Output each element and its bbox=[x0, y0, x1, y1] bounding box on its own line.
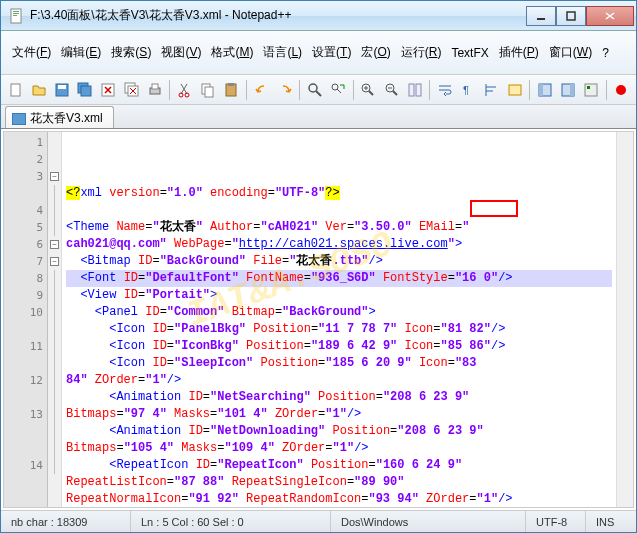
app-icon bbox=[9, 8, 25, 24]
sync-scroll-button[interactable] bbox=[404, 79, 425, 101]
zoom-out-button[interactable] bbox=[381, 79, 402, 101]
minimize-button[interactable] bbox=[526, 6, 556, 26]
svg-rect-8 bbox=[58, 85, 66, 89]
zoom-in-button[interactable] bbox=[358, 79, 379, 101]
svg-rect-31 bbox=[539, 84, 543, 96]
menu-o[interactable]: 宏(O) bbox=[356, 42, 395, 63]
code-area[interactable]: IAT&A.SOSO <?xml version="1.0" encoding=… bbox=[62, 132, 616, 507]
redo-button[interactable] bbox=[274, 79, 295, 101]
menu-p[interactable]: 插件(P) bbox=[494, 42, 544, 63]
svg-point-22 bbox=[309, 84, 317, 92]
cut-button[interactable] bbox=[174, 79, 195, 101]
status-eol: Dos\Windows bbox=[331, 511, 526, 532]
close-button[interactable] bbox=[586, 6, 634, 26]
copy-button[interactable] bbox=[198, 79, 219, 101]
menu-w[interactable]: 窗口(W) bbox=[544, 42, 597, 63]
svg-rect-15 bbox=[152, 84, 158, 89]
save-all-button[interactable] bbox=[75, 79, 96, 101]
status-chars: nb char : 18309 bbox=[1, 511, 131, 532]
new-file-button[interactable] bbox=[5, 79, 26, 101]
open-file-button[interactable] bbox=[28, 79, 49, 101]
replace-button[interactable] bbox=[328, 79, 349, 101]
code-line[interactable]: <Icon ID="IconBkg" Position="189 6 42 9"… bbox=[66, 338, 612, 355]
app-window: F:\3.40面板\花太香V3\花太香V3.xml - Notepad++ 文件… bbox=[0, 0, 637, 533]
status-mode: INS bbox=[586, 511, 636, 532]
vertical-scrollbar[interactable] bbox=[616, 132, 633, 507]
close-file-button[interactable] bbox=[98, 79, 119, 101]
menu-s[interactable]: 搜索(S) bbox=[106, 42, 156, 63]
menu-t[interactable]: 设置(T) bbox=[307, 42, 356, 63]
svg-rect-2 bbox=[13, 13, 19, 14]
svg-rect-3 bbox=[13, 15, 17, 16]
titlebar[interactable]: F:\3.40面板\花太香V3\花太香V3.xml - Notepad++ bbox=[1, 1, 636, 31]
svg-point-36 bbox=[616, 85, 626, 95]
menu-m[interactable]: 格式(M) bbox=[206, 42, 258, 63]
menubar: 文件(F)编辑(E)搜索(S)视图(V)格式(M)语言(L)设置(T)宏(O)运… bbox=[1, 31, 636, 75]
code-line[interactable]: Bitmaps="105 4" Masks="109 4" ZOrder="1"… bbox=[66, 440, 612, 457]
file-icon bbox=[12, 113, 26, 125]
svg-rect-19 bbox=[205, 87, 213, 97]
menu-f[interactable]: 文件(F) bbox=[7, 42, 56, 63]
toolbar: ¶ bbox=[1, 75, 636, 105]
code-line[interactable]: <Animation ID="NetSearching" Position="2… bbox=[66, 389, 612, 406]
svg-rect-10 bbox=[81, 86, 91, 96]
record-macro-button[interactable] bbox=[611, 79, 632, 101]
svg-text:¶: ¶ bbox=[463, 84, 469, 96]
print-button[interactable] bbox=[144, 79, 165, 101]
func-list-button[interactable] bbox=[580, 79, 601, 101]
statusbar: nb char : 18309 Ln : 5 Col : 60 Sel : 0 … bbox=[1, 510, 636, 532]
menu-l[interactable]: 语言(L) bbox=[258, 42, 307, 63]
svg-rect-33 bbox=[570, 84, 574, 96]
code-line[interactable] bbox=[66, 202, 612, 219]
status-encoding: UTF-8 bbox=[526, 511, 586, 532]
code-line[interactable]: <Icon ID="SleepIcon" Position="185 6 20 … bbox=[66, 355, 612, 372]
word-wrap-button[interactable] bbox=[434, 79, 455, 101]
menu-textfx[interactable]: TextFX bbox=[446, 44, 493, 62]
line-gutter: 1234567891011121314 bbox=[4, 132, 48, 507]
code-line[interactable]: <Font ID="DefaultFont" FontName="936_S6D… bbox=[66, 270, 612, 287]
code-line[interactable]: RepeatListIcon="87 88" RepeatSingleIcon=… bbox=[66, 474, 612, 491]
menu-v[interactable]: 视图(V) bbox=[156, 42, 206, 63]
menu-e[interactable]: 编辑(E) bbox=[56, 42, 106, 63]
menu-r[interactable]: 运行(R) bbox=[396, 42, 447, 63]
status-position: Ln : 5 Col : 60 Sel : 0 bbox=[131, 511, 331, 532]
doc-map-button[interactable] bbox=[557, 79, 578, 101]
code-line[interactable]: 84" ZOrder="1"/> bbox=[66, 372, 612, 389]
tabbar: 花太香V3.xml bbox=[1, 105, 636, 129]
indent-guide-button[interactable] bbox=[481, 79, 502, 101]
code-line[interactable]: <RepeatIcon ID="RepeatIcon" Position="16… bbox=[66, 457, 612, 474]
show-chars-button[interactable]: ¶ bbox=[458, 79, 479, 101]
code-line[interactable]: Bitmaps="97 4" Masks="101 4" ZOrder="1"/… bbox=[66, 406, 612, 423]
svg-rect-1 bbox=[13, 11, 19, 12]
undo-button[interactable] bbox=[251, 79, 272, 101]
code-line[interactable]: <Icon ID="PanelBkg" Position="11 7 78 7"… bbox=[66, 321, 612, 338]
user-lang-button[interactable] bbox=[504, 79, 525, 101]
code-line[interactable]: RepeatNormalIcon="91 92" RepeatRandomIco… bbox=[66, 491, 612, 507]
code-line[interactable]: <View ID="Portait"> bbox=[66, 287, 612, 304]
svg-rect-34 bbox=[585, 84, 597, 96]
window-title: F:\3.40面板\花太香V3\花太香V3.xml - Notepad++ bbox=[30, 7, 526, 24]
svg-rect-29 bbox=[509, 85, 521, 95]
code-line[interactable]: <?xml version="1.0" encoding="UTF-8"?> bbox=[66, 185, 612, 202]
file-tab[interactable]: 花太香V3.xml bbox=[5, 106, 114, 128]
svg-rect-4 bbox=[537, 18, 545, 20]
editor[interactable]: 1234567891011121314 −−− IAT&A.SOSO <?xml… bbox=[3, 131, 634, 508]
close-all-button[interactable] bbox=[121, 79, 142, 101]
code-line[interactable]: <Panel ID="Common" Bitmap="BackGround"> bbox=[66, 304, 612, 321]
svg-rect-35 bbox=[587, 86, 590, 89]
paste-button[interactable] bbox=[221, 79, 242, 101]
svg-rect-27 bbox=[416, 84, 421, 96]
svg-rect-26 bbox=[409, 84, 414, 96]
save-button[interactable] bbox=[51, 79, 72, 101]
maximize-button[interactable] bbox=[556, 6, 586, 26]
fold-column[interactable]: −−− bbox=[48, 132, 62, 507]
code-line[interactable]: <Theme Name="花太香" Author="cAH021" Ver="3… bbox=[66, 219, 612, 236]
code-line[interactable]: cah021@qq.com" WebPage="http://cah021.sp… bbox=[66, 236, 612, 253]
code-line[interactable]: <Animation ID="NetDownloading" Position=… bbox=[66, 423, 612, 440]
svg-rect-21 bbox=[228, 83, 234, 86]
menu-?[interactable]: ? bbox=[597, 44, 614, 62]
find-button[interactable] bbox=[304, 79, 325, 101]
code-line[interactable]: <Bitmap ID="BackGround" File="花太香.ttb"/> bbox=[66, 253, 612, 270]
svg-rect-5 bbox=[567, 12, 575, 20]
folder-panel-button[interactable] bbox=[534, 79, 555, 101]
